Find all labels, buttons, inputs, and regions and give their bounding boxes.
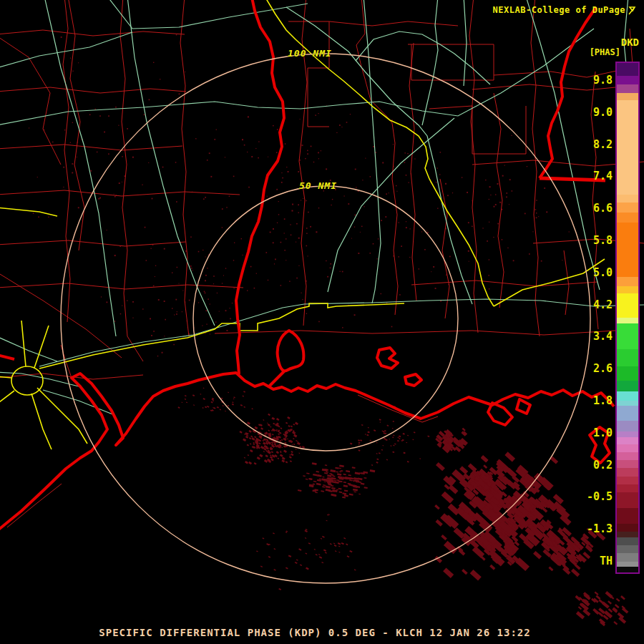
product-phase-label: [PHAS]	[590, 47, 620, 57]
radar-map	[0, 0, 644, 644]
colorbar-tick-label: -0.5	[572, 490, 613, 503]
radar-screen: 100 NMI 50 NMI NEXLAB-College of DuPage …	[0, 0, 644, 644]
colorbar-tick-label: 7.4	[572, 170, 613, 182]
colorbar-tick-label: 9.8	[572, 74, 613, 87]
lake-z	[377, 348, 398, 369]
colorbar-tick-label: 5.8	[572, 234, 613, 247]
colorbar-tick-label: 6.6	[572, 202, 613, 215]
flag-icon	[628, 6, 637, 15]
colorbar-tick-label: 1.0	[572, 426, 613, 439]
product-code: DKD	[621, 36, 639, 48]
county-boundary-lines	[0, 0, 644, 527]
colorbar-tick-label: 9.0	[572, 106, 613, 119]
site-credit: NEXLAB-College of DuPage	[493, 5, 637, 15]
colorbar-tick-label: 1.8	[572, 394, 613, 407]
product-title: SPECIFIC DIFFERENTIAL PHASE (KDP) 0.5 DE…	[0, 627, 630, 638]
range-ring-label-100: 100 NMI	[288, 48, 332, 59]
colorbar-tick-label: 3.4	[572, 330, 613, 343]
range-ring-50nmi	[193, 186, 458, 451]
colorbar-tick-label: 5.0	[572, 266, 613, 279]
white-lake	[488, 403, 512, 425]
green-road-lines	[0, 0, 644, 415]
grand-lake	[517, 399, 530, 414]
colorbar-tick-label: -1.3	[572, 522, 613, 535]
colorbar	[615, 62, 640, 574]
site-credit-text: NEXLAB-College of DuPage	[493, 5, 625, 15]
colorbar-tick-label: 8.2	[572, 138, 613, 151]
range-ring-label-50: 50 NMI	[299, 180, 337, 191]
colorbar-tick-label: 4.2	[572, 298, 613, 311]
lake-outlet	[269, 371, 285, 386]
colorbar-tick-label: TH	[572, 555, 613, 567]
lake-small	[405, 374, 421, 386]
colorbar-tick-label: 0.2	[572, 459, 613, 472]
bayou-segment	[0, 354, 14, 359]
calcasieu-lake	[278, 331, 304, 371]
sabine-river	[236, 0, 284, 374]
colorbar-tick-label: 2.6	[572, 362, 613, 375]
